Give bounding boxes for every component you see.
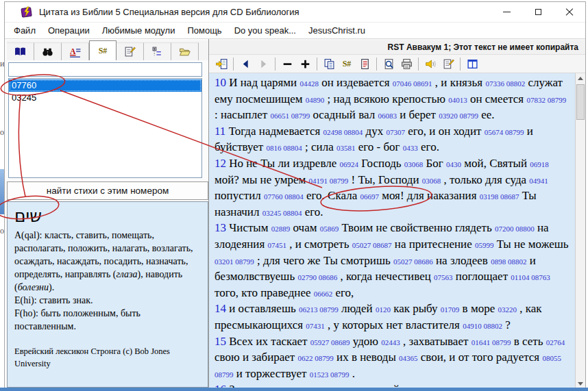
goto-reference-button[interactable] [212,55,230,72]
tab-notes[interactable] [117,42,144,60]
minimize-icon [503,12,511,12]
title-bar: Цитата из Библии 5 Специальная версия дл… [5,2,585,22]
sound-button[interactable] [421,55,439,72]
lexicon-definition: A(qal): класть, ставить, помещать, распо… [14,229,201,333]
copy-button[interactable] [320,55,338,72]
bottom-edge-strip [0,388,588,391]
bible-book-icon [14,46,26,58]
notes-icon [124,46,136,58]
toolbar-separator [317,58,317,71]
left-panel: A S# [5,39,209,388]
list-item-03245[interactable]: 03245 [9,92,201,104]
back-icon [240,58,252,70]
verse-12: 12 Но не Ты ли издревле 06924 Господь 03… [215,156,570,220]
main-content: A S# [5,38,585,388]
strongs-number-list[interactable]: 0776003245 [8,78,202,178]
module-header: RST Аввакум 1; Этот текст не имеет копир… [209,40,585,55]
preview-button[interactable] [380,55,397,72]
scroll-up-button[interactable] [576,73,585,84]
document-icon [359,58,371,70]
list-item-07760[interactable]: 07760 [9,79,201,92]
svg-text:A: A [70,47,76,56]
toolbar-separator [460,58,461,71]
lexicon-entry: E(hi): ставить знак. [14,294,201,307]
font-bigger-button[interactable] [296,55,314,72]
lexicon-entry: A(qal): класть, ставить, помещать, распо… [14,229,201,294]
tab-dictionary[interactable]: A [62,42,89,60]
speaker-icon [425,58,437,70]
menu-item-1[interactable]: Файл [8,23,42,38]
close-icon [565,8,574,16]
close-button[interactable] [554,2,585,22]
dictionary-icon: A [69,46,81,58]
print-icon [401,58,413,70]
strongs-search-input[interactable] [8,62,202,77]
toolbar-separator [233,58,234,71]
tab-open-folder[interactable] [171,42,199,60]
open-folder-icon [179,46,191,58]
minimize-button[interactable] [491,2,522,22]
vertical-scrollbar[interactable] [575,73,585,388]
tab-reading-plan[interactable] [144,42,171,60]
lexicon-source: Еврейский лексикон Стронга (с) Bob Jones… [14,345,201,370]
menu-item-5[interactable]: Do you speak... [228,23,302,38]
left-tab-bar: A S# [7,40,208,60]
app-icon [20,5,33,18]
font-smaller-icon [282,58,293,70]
toolbar-separator [418,58,419,71]
toolbar-separator [275,58,275,71]
verse-15: 15 Всех их таскает 05927 08689 удою 0244… [215,334,570,383]
bible-panel: RST Аввакум 1; Этот текст не имеет копир… [209,39,585,388]
lexicon-panel: שים A(qal): класть, ставить, помещать, р… [7,201,208,388]
bible-text: 10 И над царями 04428 он издевается 0704… [209,73,585,388]
menu-item-6[interactable]: JesusChrist.ru [302,23,371,38]
properties-icon [443,58,454,70]
toolbar-separator [376,58,377,71]
properties-button[interactable] [439,55,457,72]
reading-plan-icon [151,46,163,58]
strongs-toggle-icon: S# [343,59,352,69]
goto-reference-icon [216,58,228,70]
menu-item-4[interactable]: Помощь [181,23,228,38]
verse-13: 13 Чистым 02889 очам 05869 Твоим не свой… [215,220,570,301]
bible-toolbar: S# [209,55,585,73]
find-verses-button[interactable]: найти стихи с этим номером [7,181,208,200]
verse-16: 16 За то приносит жертвы сети своей [215,382,570,388]
hebrew-word: שים [14,206,201,227]
copy-document-button[interactable] [356,55,373,72]
verse-11: 11 Тогда надмевается 02498 08804 дух 073… [215,124,570,156]
print-button[interactable] [397,55,415,72]
menu-bar: ФайлОперацииЛюбимые модулиПомощьDo you s… [5,22,585,38]
maximize-icon [535,9,541,15]
forward-button[interactable] [254,55,272,72]
window-title: Цитата из Библии 5 Специальная версия дл… [39,7,299,17]
tab-search[interactable] [34,42,62,60]
app-window: Цитата из Библии 5 Специальная версия дл… [4,1,586,388]
tab-strongs-numbers[interactable]: S# [89,40,117,60]
tab-bible-book[interactable] [7,42,34,60]
forward-icon [258,58,269,70]
split-window-button[interactable] [463,55,481,72]
verse-14: 14 и оставляешь 06213 08799 людей 0120 к… [215,301,570,333]
scrollbar-thumb[interactable] [576,84,585,120]
strongs-toggle-button[interactable]: S# [338,55,356,72]
maximize-button[interactable] [522,2,554,22]
verse-10: 10 И над царями 04428 он издевается 0704… [215,75,570,124]
menu-item-2[interactable]: Операции [42,23,96,38]
lexicon-entry: F(ho): быть положенным, быть поставленны… [14,307,201,333]
font-bigger-icon [299,58,311,70]
font-smaller-button[interactable] [278,55,296,72]
copy-icon [323,58,335,70]
menu-item-3[interactable]: Любимые модули [96,23,182,38]
split-window-icon [467,58,478,70]
preview-icon [383,58,395,70]
binoculars-icon [42,46,53,58]
strongs-icon: S# [99,46,108,56]
back-button[interactable] [236,55,254,72]
arrow-up-icon [578,74,583,80]
arrow-down-icon [578,382,583,388]
